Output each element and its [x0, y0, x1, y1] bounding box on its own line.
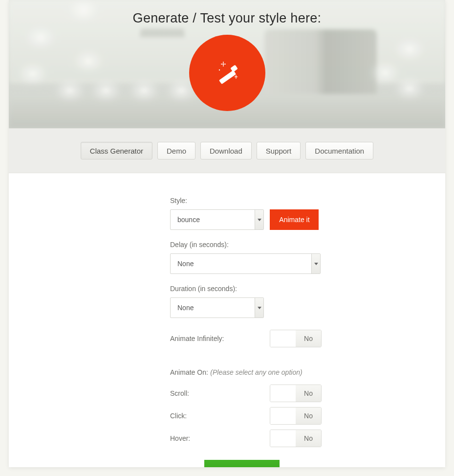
delay-select-value: None: [171, 260, 311, 268]
toggle-value: No: [296, 430, 321, 447]
animate-it-button[interactable]: Animate it: [270, 209, 319, 230]
animate-infinitely-toggle[interactable]: No: [270, 330, 322, 347]
hover-label: Hover:: [170, 434, 190, 442]
style-label: Style:: [170, 197, 322, 204]
delay-select[interactable]: None: [170, 253, 321, 274]
style-select-value: bounce: [171, 216, 255, 224]
duration-select[interactable]: None: [170, 297, 264, 318]
scroll-label: Scroll:: [170, 389, 189, 397]
hero-title: Generate / Test your style here:: [9, 0, 445, 26]
tab-support[interactable]: Support: [257, 142, 301, 159]
tab-demo[interactable]: Demo: [157, 142, 195, 159]
hero-banner: Generate / Test your style here:: [9, 0, 445, 128]
page: Generate / Test your style here: Class G…: [9, 0, 445, 467]
svg-point-4: [218, 69, 219, 70]
tab-class-generator[interactable]: Class Generator: [81, 142, 152, 159]
toggle-value: No: [296, 408, 321, 424]
delay-label: Delay (in seconds):: [170, 241, 322, 249]
toggle-value: No: [296, 330, 321, 347]
nav-tabs: Class Generator Demo Download Support Do…: [9, 128, 445, 173]
click-toggle[interactable]: No: [270, 407, 322, 425]
click-label: Click:: [170, 412, 187, 420]
duration-label: Duration (in seconds):: [170, 285, 322, 293]
animate-on-hint: (Please select any one option): [210, 368, 302, 376]
svg-point-3: [235, 76, 237, 78]
toggle-value: No: [296, 385, 321, 402]
duration-select-value: None: [171, 304, 255, 312]
magic-wand-icon: [189, 35, 265, 111]
chevron-down-icon: [255, 210, 263, 229]
tab-download[interactable]: Download: [200, 142, 252, 159]
chevron-down-icon: [255, 298, 263, 317]
chevron-down-icon: [311, 254, 320, 273]
generator-form: Style: bounce Animate it Delay (in secon…: [9, 173, 445, 467]
svg-rect-0: [218, 70, 236, 84]
animate-infinitely-label: Animate Infinitely:: [170, 335, 224, 342]
animate-on-label: Animate On:: [170, 368, 208, 376]
svg-rect-1: [230, 65, 238, 72]
svg-point-2: [222, 63, 224, 65]
style-select[interactable]: bounce: [170, 209, 264, 230]
hover-toggle[interactable]: No: [270, 430, 322, 447]
tab-documentation[interactable]: Documentation: [305, 142, 373, 159]
scroll-toggle[interactable]: No: [270, 385, 322, 402]
generate-button[interactable]: Generate: [204, 460, 280, 467]
